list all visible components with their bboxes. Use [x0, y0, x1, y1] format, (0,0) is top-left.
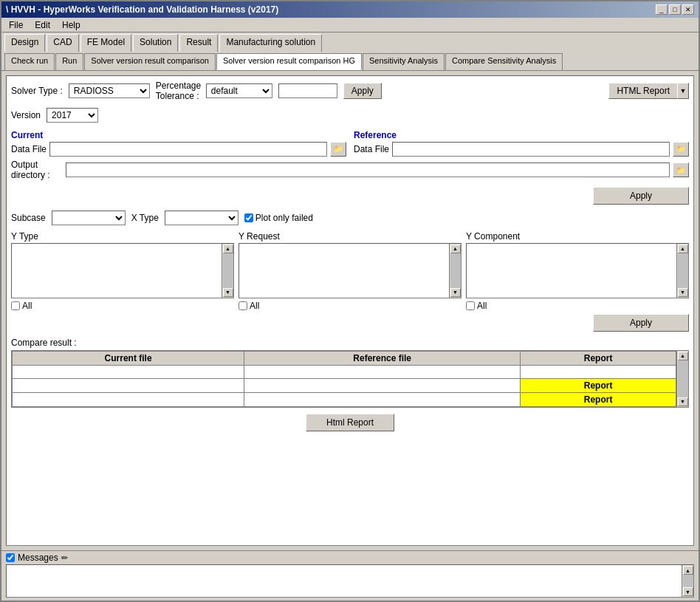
version-row: Version 2017 [11, 108, 689, 123]
reference-file-browse-button[interactable]: 📁 [673, 142, 689, 157]
current-data-file-row: Data File 📁 [11, 142, 346, 157]
y-type-scroll-up[interactable]: ▲ [223, 244, 233, 253]
messages-checkbox[interactable] [6, 553, 15, 562]
y-request-all-checkbox[interactable] [239, 301, 247, 310]
compare-scroll-up[interactable]: ▲ [678, 352, 688, 360]
subcase-label: Subcase [11, 213, 46, 223]
solver-type-select[interactable]: RADIOSS [69, 83, 150, 98]
y-request-scroll-down[interactable]: ▼ [450, 288, 461, 297]
subtab-sensitivity[interactable]: Sensitivity Analysis [363, 53, 445, 70]
version-select[interactable]: 2017 [47, 108, 98, 123]
y-component-all-checkbox[interactable] [466, 301, 475, 310]
row1-report [521, 365, 676, 378]
compare-result-container: Current file Reference file Report [11, 350, 689, 408]
y-component-all-row: All [466, 301, 689, 311]
messages-scroll-down[interactable]: ▼ [683, 587, 693, 596]
col-reference-file: Reference file [244, 351, 521, 365]
reference-section: Reference Data File 📁 [354, 129, 689, 157]
y-request-listbox-container: ▲ ▼ [239, 243, 461, 298]
tab-solution[interactable]: Solution [133, 34, 178, 52]
subtab-run[interactable]: Run [55, 53, 83, 70]
row2-report[interactable]: Report [521, 378, 676, 392]
apply-button-1[interactable]: Apply [593, 187, 689, 205]
row3-report[interactable]: Report [521, 392, 676, 406]
menu-help[interactable]: Help [58, 18, 85, 32]
subtab-compare-sensitivity[interactable]: Compare Sensitivity Analysis [445, 53, 563, 70]
tab-manufacturing[interactable]: Manufacturing solution [219, 34, 322, 52]
tab-fe-model[interactable]: FE Model [80, 34, 131, 52]
subtab-check-run[interactable]: Check run [4, 53, 55, 70]
output-directory-row: Outputdirectory : 📁 [11, 160, 689, 181]
y-type-scroll-down[interactable]: ▼ [223, 288, 233, 297]
tab-result[interactable]: Result [179, 34, 218, 52]
maximize-button[interactable]: □ [669, 4, 681, 15]
subcase-row: Subcase X Type Plot only failed [11, 211, 689, 225]
tolerance-input[interactable]: 1e-6 [278, 83, 337, 98]
content-area: Solver Type : RADIOSS PercentageToleranc… [1, 71, 699, 550]
html-report-button[interactable]: HTML Report [608, 83, 677, 99]
menu-edit[interactable]: Edit [30, 18, 55, 32]
messages-content [7, 565, 682, 597]
y-component-listbox[interactable] [467, 244, 676, 298]
compare-table-scrollbar: ▲ ▼ [676, 351, 688, 407]
html-report-dropdown-arrow[interactable]: ▼ [677, 83, 689, 99]
col-report: Report [521, 351, 676, 365]
window-title: \ HVVH - HyperWorks Verification and Val… [6, 4, 278, 15]
output-directory-browse-button[interactable]: 📁 [673, 163, 689, 177]
table-row: Report [13, 378, 676, 392]
row1-current [13, 365, 244, 378]
solver-type-label: Solver Type : [11, 86, 63, 96]
xtype-select[interactable] [165, 211, 239, 225]
current-data-file-input[interactable] [49, 142, 327, 157]
top-tabs: Design CAD FE Model Solution Result Manu… [1, 33, 699, 52]
reference-data-file-input[interactable] [392, 142, 670, 157]
messages-bar: Messages ✏ [1, 550, 699, 564]
messages-label: Messages [18, 553, 58, 563]
y-type-scroll-track [223, 253, 233, 288]
y-request-scroll-up[interactable]: ▲ [450, 244, 461, 253]
y-type-label: Y Type [11, 231, 234, 242]
reference-label: Reference [354, 130, 689, 140]
y-request-listbox[interactable] [239, 244, 449, 298]
window-controls: _ □ ✕ [656, 4, 694, 15]
y-type-listbox[interactable] [12, 244, 222, 298]
tolerance-dropdown[interactable]: default [206, 83, 272, 98]
apply-row-1: Apply [11, 187, 689, 205]
main-panel: Solver Type : RADIOSS PercentageToleranc… [6, 75, 694, 546]
y-component-section: Y Component ▲ ▼ All [466, 231, 689, 311]
tab-design[interactable]: Design [4, 34, 45, 52]
percentage-tolerance-label: PercentageTolerance : [156, 81, 200, 102]
subtab-solver-comparison-hg[interactable]: Solver version result comparison HG [216, 53, 362, 70]
menu-file[interactable]: File [4, 18, 27, 32]
current-file-browse-button[interactable]: 📁 [330, 142, 346, 157]
y-request-all-label: All [250, 301, 259, 311]
messages-scroll-up[interactable]: ▲ [683, 566, 693, 575]
tab-cad[interactable]: CAD [47, 34, 78, 52]
y-type-listbox-container: ▲ ▼ [11, 243, 234, 298]
subcase-select[interactable] [52, 211, 126, 225]
minimize-button[interactable]: _ [656, 4, 668, 15]
y-component-scroll-up[interactable]: ▲ [678, 244, 688, 253]
html-report-split-button: HTML Report ▼ [608, 83, 689, 99]
table-row: Report [13, 392, 676, 406]
html-report-bottom-button[interactable]: Html Report [306, 414, 394, 431]
output-directory-input[interactable] [66, 163, 670, 177]
y-type-all-checkbox[interactable] [11, 301, 20, 310]
y-component-scroll-down[interactable]: ▼ [678, 288, 688, 297]
messages-scrollbar: ▲ ▼ [682, 565, 693, 597]
apply-button-top[interactable]: Apply [343, 83, 382, 99]
main-window: \ HVVH - HyperWorks Verification and Val… [0, 0, 700, 602]
plot-only-failed-checkbox[interactable] [244, 213, 253, 222]
row3-current [13, 392, 244, 406]
y-type-scrollbar: ▲ ▼ [222, 244, 233, 298]
apply-button-2[interactable]: Apply [593, 314, 689, 332]
current-label: Current [11, 130, 346, 140]
compare-scroll-down[interactable]: ▼ [678, 397, 688, 406]
close-button[interactable]: ✕ [682, 4, 694, 15]
html-report-row: Html Report [11, 414, 689, 431]
y-type-section: Y Type ▲ ▼ All [11, 231, 234, 311]
subtab-solver-comparison[interactable]: Solver version result comparison [84, 53, 216, 70]
y-component-listbox-container: ▲ ▼ [466, 243, 689, 298]
pencil-icon: ✏ [61, 553, 68, 563]
compare-table-header: Current file Reference file Report [13, 351, 676, 365]
